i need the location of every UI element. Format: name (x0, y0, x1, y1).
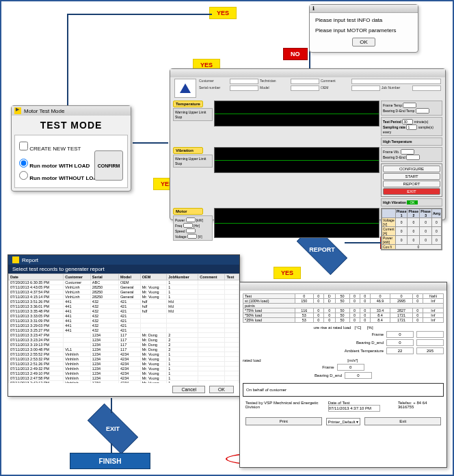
final-results-table: Test00D5000000NaNst (100% load)1500D5000… (243, 293, 444, 323)
test-period-label: Test Period (383, 120, 401, 124)
table-row[interactable]: 07/11/2013 2:49:10 PMVinhlinh12344234Mr.… (9, 371, 239, 376)
configure-button[interactable]: CONFIGURE (383, 166, 440, 172)
hdr-customer-label: Customer (199, 79, 228, 84)
info-dialog: ℹ Please input test INFO data Please inp… (309, 4, 418, 53)
info-ok-button[interactable]: OK (352, 38, 375, 47)
report-selector-subtitle: Select test records to generater report (8, 265, 239, 274)
signature-box: On behalf of customer (243, 383, 444, 397)
bearing-vib-value[interactable] (406, 155, 420, 160)
motor-speed-input[interactable] (186, 228, 196, 233)
report-cancel-button[interactable]: Cancel (172, 386, 205, 393)
with-load-label: Run motor WITH LOAD (29, 163, 90, 169)
frame-vib-input[interactable] (337, 364, 364, 371)
vib-unit: [m/s²] (347, 358, 358, 362)
hdr-model-input[interactable] (291, 85, 320, 91)
report-records-table[interactable]: DateCustomerSerialModelOEMJobNumberComme… (8, 274, 239, 383)
decision-yes-1: YES (209, 7, 237, 19)
bearing-temp-value[interactable] (416, 108, 429, 114)
frame-pct-input[interactable] (416, 331, 444, 338)
behalf-label: On behalf of customer (246, 388, 440, 392)
section-temperature: Temperature (173, 101, 203, 107)
table-row[interactable]: 07/11/2013 3:00:48 PMVL11234117Mr. Dung2 (9, 347, 239, 352)
final-exit-button[interactable]: Exit (364, 417, 441, 425)
table-row[interactable]: 07/11/2013 3:51:26 PM441432421hdfhfd (9, 300, 239, 304)
table-row[interactable]: 07/11/2013 4:37:54 PMVinhLinh28250Genera… (9, 290, 239, 295)
motor-freq-input[interactable] (183, 223, 193, 228)
connector (67, 14, 68, 105)
table-row[interactable]: 07/11/2013 2:53:32 PMVinhlinh12344234Mr.… (9, 357, 239, 362)
table-row[interactable]: 07/11/2013 2:51:26 PMVinhlinh12344234Mr.… (9, 362, 239, 367)
table-row[interactable]: 07/11/2013 3:33:05 PM441432421 (9, 314, 239, 319)
frame-c-input[interactable] (386, 331, 414, 338)
info-text-2: Please input MOTOR parameters (315, 27, 412, 34)
report-ok-button[interactable]: OK (209, 386, 234, 393)
kw-unit: [kW] (196, 218, 203, 222)
v-unit: [V] (198, 235, 202, 239)
without-load-label: Run motor WITHOUT LOAD (29, 175, 101, 181)
table-row[interactable]: 07/11/2013 3:36:01 PM441432421hdfhfd (9, 304, 239, 309)
create-new-checkbox[interactable] (19, 142, 28, 150)
bearing-vib-input[interactable] (345, 372, 372, 379)
hdr-serial-input[interactable] (230, 85, 259, 91)
table-row[interactable]: 07/11/2013 3:23:47 PM1234117Mr. Dung2 (9, 333, 239, 338)
high-vib-label: High Vibration (383, 200, 406, 204)
table-row[interactable]: 07/11/2013 4:43:05 PMVinhLinh28250Genera… (9, 285, 239, 290)
diamond-report: REPORT (298, 233, 346, 267)
frame-vib-label: Frame Vib. (383, 150, 399, 154)
section-vibration: Vibration (173, 147, 203, 154)
table-row[interactable]: 07/20/2013 6:30:35 PMCustomerABCOEM1 (9, 280, 239, 285)
high-vib-indicator: OK (407, 200, 417, 204)
bearing-c-input[interactable] (386, 339, 414, 346)
diamond-exit: EXIT (89, 412, 137, 446)
table-row[interactable]: 07/11/2013 3:29:03 PM441432421 (9, 323, 239, 328)
frame-temp-value[interactable] (403, 103, 416, 108)
test-mode-title: Motor Test Mode (24, 108, 64, 114)
table-row[interactable]: 07/11/2013 3:35:48 PM441432421hdfhfd (9, 309, 239, 314)
ambient-pct-input[interactable] (416, 347, 444, 354)
motor-voltage-input[interactable] (187, 234, 197, 239)
table-row[interactable]: 07/11/2013 2:55:52 PMVinhlinh12344234Mr.… (9, 352, 239, 357)
start-button[interactable]: START (383, 173, 440, 180)
date-input[interactable] (328, 405, 380, 412)
hdr-model-label: Model (260, 85, 289, 91)
printer-select[interactable]: Printer_Default ▾ (326, 418, 361, 425)
final-report-window: Test00D5000000NaNst (100% load)1500D5000… (239, 282, 447, 468)
hdr-technician-label: Technician (260, 79, 289, 84)
phase-table: Phase 1Phase 2Phase 3Avrg Voltage [V]000… (381, 208, 442, 250)
sampling-value[interactable] (406, 124, 417, 130)
create-new-label: CREATE NEW TEST (29, 146, 81, 152)
motor-power-input[interactable] (186, 217, 196, 222)
temperature-graph (214, 101, 379, 127)
hdr-job-input[interactable] (412, 85, 442, 91)
hdr-oem-label: OEM (321, 85, 350, 91)
connector (111, 398, 112, 413)
connector (133, 142, 168, 144)
table-row[interactable]: 07/11/2013 4:15:14 PMVinhLinh28250Genera… (9, 295, 239, 300)
table-row[interactable]: 07/11/2013 2:47:58 PMVinhlinh12344234Mr.… (9, 376, 239, 381)
test-mode-window: Motor Test Mode TEST MODE CREATE NEW TES… (11, 105, 131, 191)
table-row[interactable]: 07/11/2013 2:49:32 PMVinhlinh12344234Mr.… (9, 367, 239, 371)
print-button[interactable]: Print (245, 417, 322, 425)
bearing-pct-input[interactable] (416, 339, 444, 346)
hdr-comment-input[interactable] (351, 79, 442, 84)
vibration-graph (214, 147, 379, 173)
table-row[interactable]: 07/11/2013 3:31:09 PM441432421 (9, 319, 239, 323)
hdr-technician-input[interactable] (291, 79, 320, 84)
ambient-c-input[interactable] (386, 347, 414, 354)
test-period-value[interactable] (402, 119, 413, 124)
with-load-radio[interactable] (19, 159, 28, 168)
ambient-label: Ambient Temperature (345, 349, 384, 353)
table-row[interactable]: 07/11/2013 3:25:27 PM441432421 (9, 328, 239, 333)
exit-button[interactable]: EXIT (383, 188, 440, 195)
frame-vib-value[interactable] (401, 149, 414, 155)
confirm-button[interactable]: CONFIRM (94, 150, 123, 181)
app-icon (14, 107, 21, 114)
hdr-oem-input[interactable] (351, 85, 381, 91)
frame2-label: Frame (322, 365, 334, 369)
without-load-radio[interactable] (19, 171, 28, 180)
hdr-customer-input[interactable] (230, 79, 259, 84)
report-button[interactable]: REPORT (383, 181, 440, 187)
table-row[interactable]: 07/11/2013 3:19:13 PM1234117Mr. Dung2 (9, 343, 239, 347)
motor-power-label: Power (175, 218, 185, 222)
table-row[interactable]: 07/11/2013 3:23:24 PM1234117Mr. Dung2 (9, 338, 239, 343)
